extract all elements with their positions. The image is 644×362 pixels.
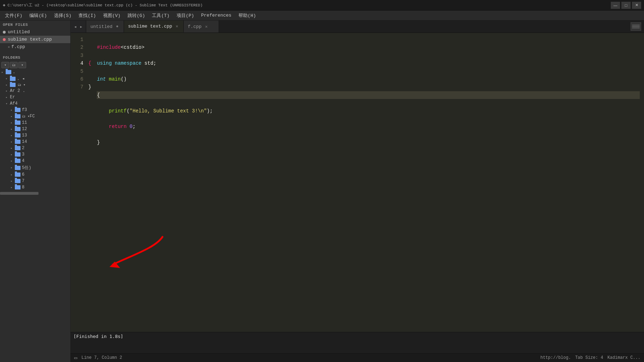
tab-label-f-cpp: f.cpp [188,24,202,29]
encoding[interactable]: Kadimarx C... [607,355,640,360]
folder-item-4[interactable]: ▸ Ar 2 . [0,88,70,94]
arrow-13: ▸ [11,134,15,138]
folder-icon-7 [15,179,20,183]
menu-view[interactable]: 视图(V) [100,11,124,20]
folder-label-f3: f3 [22,107,27,112]
open-file-f-cpp[interactable]: ✕ f.cpp [0,43,70,51]
folder-item-3n[interactable]: ▸ 3 [0,151,70,158]
close-button[interactable]: ✕ [632,2,641,9]
folder-item-3[interactable]: ▸ 🗂 ▾ [0,82,70,88]
folder-item-f3[interactable]: ▸ f3 [0,107,70,113]
tab-untitled[interactable]: untitled ● [86,21,124,33]
line-num-3: 3 [74,52,85,59]
folder-icon-f3 [15,108,20,112]
folder-extra-icons-3: 🗂 ▾ [18,83,25,87]
open-file-untitled[interactable]: untitled ✕ [0,28,70,36]
content-area: OPEN FILES untitled ✕ sublime text.cpp ✕… [0,21,644,362]
folder-icon-2 [10,77,16,81]
status-bar: ▭ Line 7, Column 2 http://blog. Tab Size… [71,353,644,362]
menu-file[interactable]: 文件(F) [1,11,26,20]
folder-item-8[interactable]: ▸ 8 [0,184,70,191]
tab-label-untitled: untitled [90,24,112,29]
arrow-8: ▸ [11,186,15,189]
arrow-4n: ▸ [11,159,15,163]
folder-label-4n: 4 [22,158,24,163]
folder-item-12[interactable]: ▸ 12 [0,126,70,132]
tab-bar: ◂ ▸ untitled ● sublime text.cpp ✕ f.cpp … [71,21,644,33]
maximize-button[interactable]: □ [621,2,631,9]
open-file-sublime-text-cpp[interactable]: sublime text.cpp ✕ [0,36,70,43]
folder-item-14[interactable]: ▸ 14 [0,139,70,145]
nav-prev[interactable]: ◂ [73,23,78,30]
menu-edit[interactable]: 编辑(E) [26,11,50,20]
file-dot-sublime-text-cpp [3,38,6,41]
folder-label-14: 14 [22,139,27,144]
open-files-header: OPEN FILES [0,21,70,28]
tab-f-cpp[interactable]: f.cpp ✕ [184,21,219,33]
folder-item-2[interactable]: ▸ . ◂ [0,75,70,82]
sidebar-scrollbar[interactable] [0,192,70,195]
status-left: ▭ Line 7, Column 2 [74,355,122,361]
folder-toolbar: ▾ 🗂 ▾ [0,61,70,69]
folder-icon-11 [15,121,20,125]
folder-label-2: . ◂ [17,76,25,81]
menu-help[interactable]: 帮助(H) [235,11,259,20]
folder-item-4n[interactable]: ▸ 4 [0,158,70,164]
tab-size[interactable]: Tab Size: 4 [575,355,603,360]
folder-label-6n: 6 [22,172,24,177]
menu-preferences[interactable]: Preferences [197,12,235,19]
minimap-icon [631,22,641,31]
folder-label-12: 12 [22,127,27,132]
tab-close-untitled[interactable]: ● [115,24,119,29]
folder-label-4: Ar 2 . [10,88,25,93]
close-icon-f-cpp[interactable]: ✕ [8,45,10,49]
code-line-6: return 0; [97,123,640,130]
arrow-4: ▸ [6,89,10,93]
folder-extra-icons-fc: 🗂 ▾ [22,114,30,118]
menu-goto[interactable]: 跳转(G) [124,11,148,20]
folder-icon-2n [15,146,20,150]
folder-item-6n[interactable]: ▸ 6 [0,171,70,178]
menu-project[interactable]: 项目(P) [173,11,197,20]
screen-icon: ▭ [74,355,77,361]
brace-line-2 [88,43,91,51]
blog-url[interactable]: http://blog. [540,355,571,360]
open-file-label-f-cpp: f.cpp [11,44,25,49]
menu-select[interactable]: 选择(S) [51,11,75,20]
folder-item-13[interactable]: ▸ 13 [0,132,70,139]
folder-item-5task[interactable]: ▸ 5任) [0,164,70,171]
sidebar-scrollbar-thumb [0,192,39,195]
folder-label-2n: 2 [22,146,24,151]
tab-close-sublime-text-cpp[interactable]: ✕ [175,23,179,29]
code-container[interactable]: 1 2 3 4 5 6 7 { [71,33,644,332]
folder-toolbar-btn-3[interactable]: ▾ [18,62,26,68]
folder-item-7[interactable]: ▸ 7 [0,178,70,184]
brace-line-6 [88,75,91,83]
sidebar: OPEN FILES untitled ✕ sublime text.cpp ✕… [0,21,71,362]
tab-sublime-text-cpp[interactable]: sublime text.cpp ✕ [124,21,184,33]
folder-icon-root [6,70,11,74]
folder-toolbar-btn-1[interactable]: ▾ [1,62,9,68]
menu-find[interactable]: 查找(I) [75,11,99,20]
nav-next[interactable]: ▸ [78,23,83,30]
folder-item-fc[interactable]: ▸ 🗂 ▾ FC [0,113,70,119]
folder-item-2n[interactable]: ▸ 2 [0,145,70,151]
folder-item-11[interactable]: ▸ 11 [0,119,70,126]
folder-item-5[interactable]: ▸ Er [0,94,70,100]
brace-line-7: } [88,83,91,91]
code-editor[interactable]: #include<cstdio> using namespace std; in… [93,33,644,332]
tab-close-f-cpp[interactable]: ✕ [205,24,208,30]
cursor-position[interactable]: Line 7, Column 2 [81,355,122,360]
folder-label-13: 13 [22,133,27,138]
brace-line-1 [88,36,91,43]
open-file-label-untitled: untitled [8,29,30,35]
line-num-6: 6 [74,75,85,83]
folder-item-root[interactable]: ▸ . [0,69,70,75]
menu-tools[interactable]: 工具(T) [148,11,173,20]
folder-label-8: 8 [22,185,24,190]
folder-toolbar-btn-2[interactable]: 🗂 [10,62,18,68]
brace-line-5 [88,68,91,75]
minimize-button[interactable]: — [611,2,620,9]
code-line-7: } [97,139,640,146]
folder-item-6[interactable]: ▾ Af4 [0,100,70,107]
